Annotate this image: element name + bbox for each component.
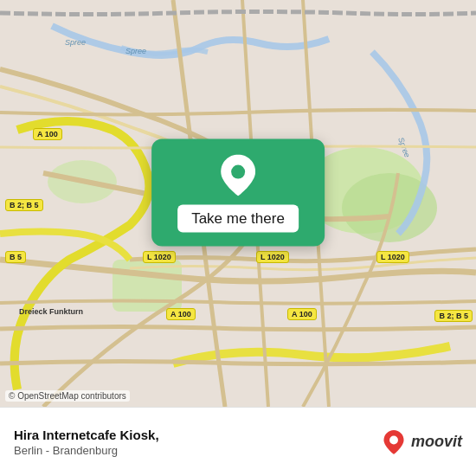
badge-a100-left: A 100 bbox=[33, 128, 62, 140]
badge-b5: B 5 bbox=[5, 251, 26, 263]
dreieck-label: Dreieck Funkturn bbox=[19, 307, 83, 316]
badge-b25-2: B 2; B 5 bbox=[434, 310, 473, 322]
svg-text:Spree: Spree bbox=[125, 47, 146, 55]
svg-point-9 bbox=[231, 165, 245, 179]
moovit-pin-icon bbox=[382, 430, 406, 454]
badge-b25-1: B 2; B 5 bbox=[5, 199, 43, 211]
badge-a100-bottom-1: A 100 bbox=[166, 308, 196, 320]
place-location: Berlin - Brandenburg bbox=[14, 444, 159, 457]
badge-l1020-3: L 1020 bbox=[376, 251, 409, 263]
badge-l1020-1: L 1020 bbox=[143, 251, 176, 263]
cta-label[interactable]: Take me there bbox=[177, 205, 299, 233]
cta-button[interactable]: Take me there bbox=[151, 139, 325, 247]
place-name: Hira Internetcafe Kiosk, bbox=[14, 428, 159, 442]
svg-point-10 bbox=[389, 435, 398, 444]
moovit-text: moovit bbox=[411, 433, 462, 451]
svg-text:Spree: Spree bbox=[65, 38, 86, 47]
badge-l1020-2: L 1020 bbox=[256, 251, 289, 263]
app: Spree Spree Spree bbox=[0, 0, 476, 476]
badge-a100-bottom-2: A 100 bbox=[287, 308, 317, 320]
location-pin-icon bbox=[217, 155, 259, 196]
bottom-bar: Hira Internetcafe Kiosk, Berlin - Brande… bbox=[0, 407, 476, 476]
moovit-logo: moovit bbox=[382, 430, 462, 454]
copyright-notice: © OpenStreetMap contributors bbox=[5, 390, 130, 402]
map-container: Spree Spree Spree bbox=[0, 0, 476, 407]
place-info: Hira Internetcafe Kiosk, Berlin - Brande… bbox=[14, 428, 159, 457]
